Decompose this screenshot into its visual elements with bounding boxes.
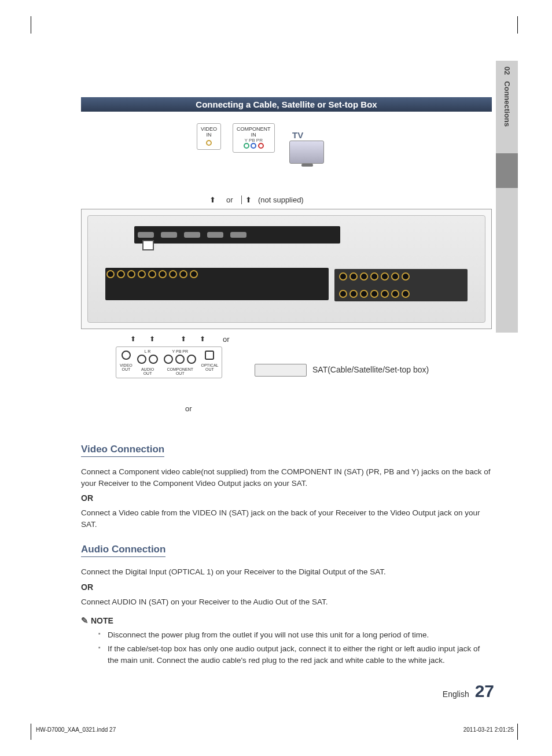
crop-mark-br: [517, 724, 518, 740]
page-footer: English 27: [443, 681, 494, 701]
crop-mark-tl: [31, 16, 31, 34]
tv-panel: VIDEO IN COMPONENT IN Y PB PR TV: [197, 123, 492, 193]
footer-filename: HW-D7000_XAA_0321.indd 27: [36, 727, 116, 733]
tv-label: TV: [292, 130, 303, 140]
component-in-label: COMPONENT IN: [237, 126, 271, 138]
optical-out-label: OPTICAL OUT: [201, 363, 219, 371]
section-title-bar: Connecting a Cable, Satellite or Set-top…: [81, 97, 492, 112]
diagram-mid-row: ⬆ or ⬆ (not supplied): [209, 196, 492, 204]
audio-lr-label: L R: [136, 349, 159, 353]
audio-paragraph-2: Connect AUDIO IN (SAT) on your Receiver …: [81, 596, 492, 608]
component-ypbpr-label: Y PB PR: [163, 349, 197, 353]
footer-date: 2011-03-21 2:01:25: [463, 727, 514, 733]
component-out-label: COMPONENT OUT: [163, 367, 197, 375]
arrow-up-icon: ⬆: [130, 335, 136, 343]
ypbpr-label: Y PB PR: [237, 138, 271, 143]
or-separator: OR: [81, 582, 492, 592]
hdmi-strip: [134, 226, 340, 244]
video-in-label: VIDEO IN: [201, 126, 217, 138]
audio-paragraph-1: Connect the Digital Input (OPTICAL 1) on…: [81, 566, 492, 578]
sat-box-icon: [255, 364, 307, 377]
sat-panel: ⬆ ⬆ or ⬆ ⬆ VIDEO OUT L R AUDIO OUT Y PB: [81, 335, 492, 422]
side-tab-highlight: [496, 153, 518, 188]
note-icon: ✎: [81, 615, 89, 625]
chapter-title: Connections: [503, 81, 511, 127]
footer-language: English: [443, 689, 469, 699]
video-out-label: VIDEO OUT: [120, 363, 133, 371]
not-supplied-label: (not supplied): [258, 196, 304, 204]
tv-icon: [289, 141, 324, 164]
note-item: Disconnect the power plug from the outle…: [98, 629, 492, 641]
receiver-rear-panel: [81, 209, 492, 329]
arrow-up-icon: ⬆: [209, 196, 216, 204]
sat-arrows: ⬆ ⬆ or ⬆ ⬆: [124, 335, 211, 343]
side-chapter-label: 02 Connections: [503, 67, 511, 127]
video-connection-heading: Video Connection: [81, 444, 164, 457]
sat-caption: SAT(Cable/Satellite/Set-top box): [312, 365, 429, 374]
page-number: 27: [475, 681, 494, 700]
arrow-up-icon: ⬆: [200, 335, 205, 343]
crop-mark-bl: [31, 724, 31, 740]
page-content: Connecting a Cable, Satellite or Set-top…: [81, 97, 492, 668]
note-label: NOTE: [91, 616, 113, 625]
connection-diagram: VIDEO IN COMPONENT IN Y PB PR TV ⬆ or: [81, 123, 492, 422]
crop-mark-tr: [517, 16, 518, 34]
or-label-1: or: [226, 196, 233, 204]
arrow-up-icon: ⬆: [245, 196, 252, 204]
arrow-up-icon: ⬆: [181, 335, 186, 343]
or-separator: OR: [81, 493, 492, 503]
tv-video-in-port: VIDEO IN: [197, 123, 221, 150]
lan-port-icon: [142, 240, 154, 250]
note-list: Disconnect the power plug from the outle…: [81, 629, 492, 666]
av-in-strip: [105, 268, 329, 300]
or-label-3: or: [185, 404, 192, 413]
note-item: If the cable/set-top box has only one au…: [98, 643, 492, 666]
receiver-body: [87, 215, 485, 323]
speakers-out-strip: [334, 269, 468, 301]
audio-out-label: AUDIO OUT: [136, 367, 159, 375]
tv-component-in-port: COMPONENT IN Y PB PR: [233, 123, 275, 153]
video-paragraph-2: Connect a Video cable from the VIDEO IN …: [81, 507, 492, 530]
side-chapter-tab: 02 Connections: [496, 61, 518, 333]
note-heading: ✎NOTE: [81, 615, 492, 626]
or-label-2: or: [223, 335, 230, 344]
sat-output-ports: VIDEO OUT L R AUDIO OUT Y PB PR COMPONEN…: [116, 346, 222, 378]
arrow-up-icon: ⬆: [149, 335, 155, 343]
chapter-number: 02: [503, 67, 511, 75]
audio-connection-heading: Audio Connection: [81, 544, 165, 557]
video-paragraph-1: Connect a Component video cable(not supp…: [81, 466, 492, 489]
